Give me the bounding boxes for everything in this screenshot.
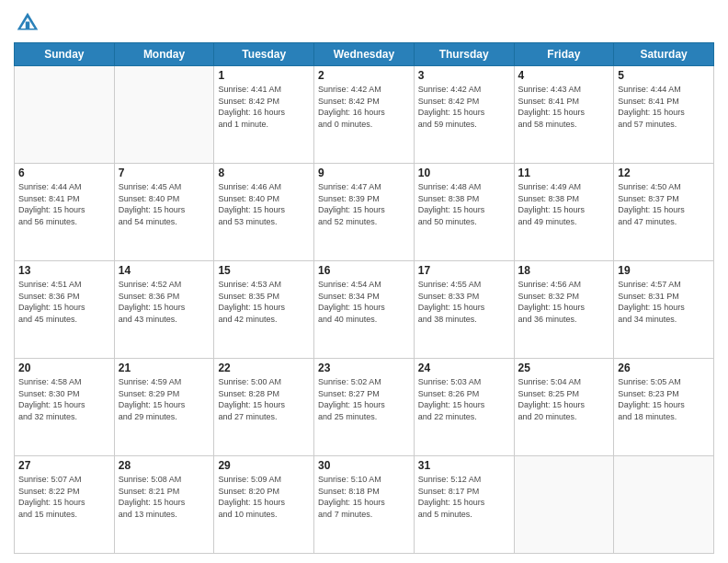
day-info: Sunrise: 5:00 AM Sunset: 8:28 PM Dayligh… [218,376,310,422]
logo-icon [14,9,41,37]
day-info: Sunrise: 5:02 AM Sunset: 8:27 PM Dayligh… [318,376,410,422]
logo [14,9,45,37]
col-header-saturday: Saturday [614,43,714,66]
day-cell: 2Sunrise: 4:42 AM Sunset: 8:42 PM Daylig… [314,66,415,164]
day-number: 28 [119,459,210,472]
day-cell: 3Sunrise: 4:42 AM Sunset: 8:42 PM Daylig… [414,66,514,164]
day-info: Sunrise: 5:09 AM Sunset: 8:20 PM Dayligh… [218,474,310,520]
col-header-sunday: Sunday [15,43,115,66]
day-cell: 10Sunrise: 4:48 AM Sunset: 8:38 PM Dayli… [414,164,514,261]
day-cell: 30Sunrise: 5:10 AM Sunset: 8:18 PM Dayli… [314,456,415,554]
day-cell: 24Sunrise: 5:03 AM Sunset: 8:26 PM Dayli… [414,359,514,456]
day-cell: 15Sunrise: 4:53 AM Sunset: 8:35 PM Dayli… [214,261,314,359]
day-cell: 28Sunrise: 5:08 AM Sunset: 8:21 PM Dayli… [114,456,214,554]
day-number: 4 [518,69,610,82]
day-cell: 4Sunrise: 4:43 AM Sunset: 8:41 PM Daylig… [514,66,614,164]
day-number: 2 [318,69,410,82]
svg-rect-2 [26,22,30,29]
day-number: 20 [18,362,110,374]
day-cell: 20Sunrise: 4:58 AM Sunset: 8:30 PM Dayli… [15,359,115,456]
day-cell: 13Sunrise: 4:51 AM Sunset: 8:36 PM Dayli… [15,261,115,359]
day-info: Sunrise: 4:53 AM Sunset: 8:35 PM Dayligh… [218,279,310,325]
day-cell: 6Sunrise: 4:44 AM Sunset: 8:41 PM Daylig… [15,164,115,261]
day-cell: 19Sunrise: 4:57 AM Sunset: 8:31 PM Dayli… [614,261,714,359]
col-header-thursday: Thursday [414,43,514,66]
day-info: Sunrise: 4:42 AM Sunset: 8:42 PM Dayligh… [318,84,410,130]
day-cell: 1Sunrise: 4:41 AM Sunset: 8:42 PM Daylig… [214,66,314,164]
col-header-friday: Friday [514,43,614,66]
day-number: 5 [618,69,710,82]
col-header-tuesday: Tuesday [214,43,314,66]
day-number: 1 [218,69,310,82]
day-info: Sunrise: 4:47 AM Sunset: 8:39 PM Dayligh… [318,181,410,227]
day-number: 11 [518,167,610,179]
day-info: Sunrise: 4:43 AM Sunset: 8:41 PM Dayligh… [518,84,610,130]
day-cell: 9Sunrise: 4:47 AM Sunset: 8:39 PM Daylig… [314,164,415,261]
day-info: Sunrise: 4:45 AM Sunset: 8:40 PM Dayligh… [119,181,210,227]
day-cell: 21Sunrise: 4:59 AM Sunset: 8:29 PM Dayli… [114,359,214,456]
day-info: Sunrise: 4:59 AM Sunset: 8:29 PM Dayligh… [119,376,210,422]
day-cell: 12Sunrise: 4:50 AM Sunset: 8:37 PM Dayli… [614,164,714,261]
week-row-5: 27Sunrise: 5:07 AM Sunset: 8:22 PM Dayli… [15,456,714,554]
day-cell: 5Sunrise: 4:44 AM Sunset: 8:41 PM Daylig… [614,66,714,164]
day-number: 25 [518,362,610,374]
day-number: 8 [218,167,310,179]
day-cell: 23Sunrise: 5:02 AM Sunset: 8:27 PM Dayli… [314,359,415,456]
day-number: 14 [119,264,210,277]
col-header-monday: Monday [114,43,214,66]
day-number: 31 [418,459,510,472]
day-cell: 16Sunrise: 4:54 AM Sunset: 8:34 PM Dayli… [314,261,415,359]
day-number: 16 [318,264,410,277]
day-info: Sunrise: 5:12 AM Sunset: 8:17 PM Dayligh… [418,474,510,520]
day-number: 23 [318,362,410,374]
day-cell: 17Sunrise: 4:55 AM Sunset: 8:33 PM Dayli… [414,261,514,359]
day-cell [614,456,714,554]
day-number: 26 [618,362,710,374]
day-info: Sunrise: 4:42 AM Sunset: 8:42 PM Dayligh… [418,84,510,130]
day-info: Sunrise: 4:55 AM Sunset: 8:33 PM Dayligh… [418,279,510,325]
day-info: Sunrise: 5:07 AM Sunset: 8:22 PM Dayligh… [18,474,110,520]
day-info: Sunrise: 4:48 AM Sunset: 8:38 PM Dayligh… [418,181,510,227]
calendar-table: SundayMondayTuesdayWednesdayThursdayFrid… [14,42,714,554]
day-info: Sunrise: 4:49 AM Sunset: 8:38 PM Dayligh… [518,181,610,227]
day-number: 21 [119,362,210,374]
day-number: 18 [518,264,610,277]
header [14,9,714,37]
day-number: 22 [218,362,310,374]
day-number: 10 [418,167,510,179]
day-info: Sunrise: 4:52 AM Sunset: 8:36 PM Dayligh… [119,279,210,325]
day-number: 19 [618,264,710,277]
calendar-header-row: SundayMondayTuesdayWednesdayThursdayFrid… [15,43,714,66]
day-cell: 7Sunrise: 4:45 AM Sunset: 8:40 PM Daylig… [114,164,214,261]
day-info: Sunrise: 4:50 AM Sunset: 8:37 PM Dayligh… [618,181,710,227]
day-number: 24 [418,362,510,374]
day-cell: 8Sunrise: 4:46 AM Sunset: 8:40 PM Daylig… [214,164,314,261]
day-info: Sunrise: 4:41 AM Sunset: 8:42 PM Dayligh… [218,84,310,130]
week-row-4: 20Sunrise: 4:58 AM Sunset: 8:30 PM Dayli… [15,359,714,456]
day-number: 27 [18,459,110,472]
day-cell [514,456,614,554]
day-number: 9 [318,167,410,179]
week-row-3: 13Sunrise: 4:51 AM Sunset: 8:36 PM Dayli… [15,261,714,359]
day-number: 15 [218,264,310,277]
day-cell [114,66,214,164]
day-number: 3 [418,69,510,82]
day-info: Sunrise: 4:44 AM Sunset: 8:41 PM Dayligh… [618,84,710,130]
day-number: 29 [218,459,310,472]
day-info: Sunrise: 4:51 AM Sunset: 8:36 PM Dayligh… [18,279,110,325]
day-info: Sunrise: 5:05 AM Sunset: 8:23 PM Dayligh… [618,376,710,422]
day-info: Sunrise: 4:58 AM Sunset: 8:30 PM Dayligh… [18,376,110,422]
day-number: 17 [418,264,510,277]
day-cell: 27Sunrise: 5:07 AM Sunset: 8:22 PM Dayli… [15,456,115,554]
day-cell: 14Sunrise: 4:52 AM Sunset: 8:36 PM Dayli… [114,261,214,359]
day-cell: 11Sunrise: 4:49 AM Sunset: 8:38 PM Dayli… [514,164,614,261]
day-cell: 31Sunrise: 5:12 AM Sunset: 8:17 PM Dayli… [414,456,514,554]
day-number: 30 [318,459,410,472]
day-info: Sunrise: 5:03 AM Sunset: 8:26 PM Dayligh… [418,376,510,422]
day-number: 12 [618,167,710,179]
week-row-1: 1Sunrise: 4:41 AM Sunset: 8:42 PM Daylig… [15,66,714,164]
day-info: Sunrise: 4:56 AM Sunset: 8:32 PM Dayligh… [518,279,610,325]
day-cell [15,66,115,164]
day-cell: 25Sunrise: 5:04 AM Sunset: 8:25 PM Dayli… [514,359,614,456]
day-info: Sunrise: 4:57 AM Sunset: 8:31 PM Dayligh… [618,279,710,325]
